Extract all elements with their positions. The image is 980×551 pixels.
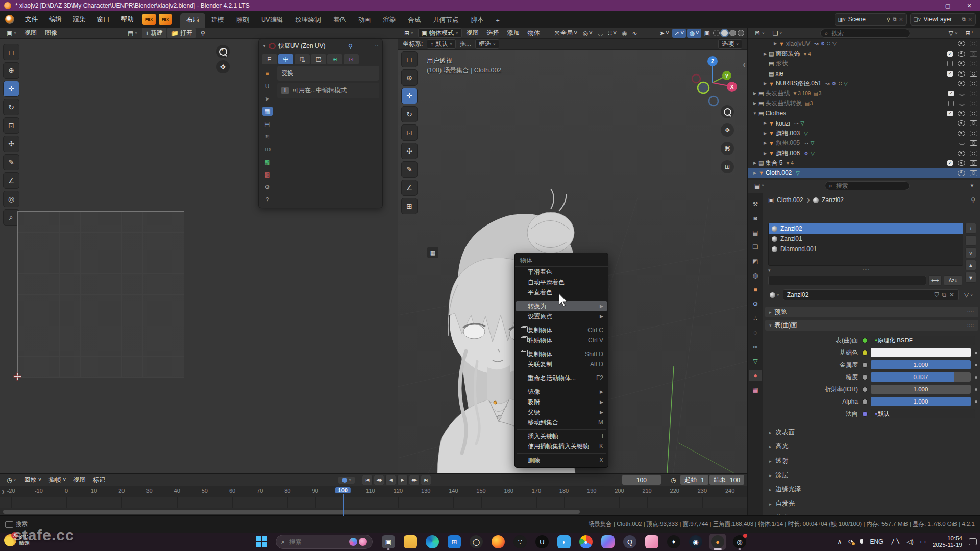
uv-pan-hand-button[interactable]: ✥ [216, 60, 230, 73]
transform-orientation-dropdown[interactable]: ⤧ 全局 ˅ [553, 28, 580, 38]
unlink-icon[interactable]: ✕ [899, 17, 903, 22]
outliner-row-形状[interactable]: ▤形状 [748, 59, 980, 69]
outliner-row-旗袍.003[interactable]: ▶▼旗袍.003▽ [748, 129, 980, 139]
outliner-row-NURBS路径.051[interactable]: ▶▼NURBS路径.051↝⚙∷▽ [748, 79, 980, 89]
select-menu[interactable]: 选择 [483, 28, 503, 38]
section-透射[interactable]: ▸透射 [769, 457, 789, 465]
anime-app-taskbar-icon[interactable] [644, 534, 660, 550]
axis-gizmo[interactable]: Z Y X [689, 54, 738, 111]
section-次表面[interactable]: ▸次表面 [769, 428, 795, 437]
scale-tool-button[interactable]: ⊡ [3, 117, 19, 134]
editor-type-button[interactable]: ⊞ ˅ [401, 29, 417, 38]
timeline-channels[interactable] [0, 497, 747, 508]
outliner-row-面部装饰[interactable]: ▶▤面部装饰▼4✓ [748, 49, 980, 59]
transform-tool-button[interactable]: ✣ [3, 136, 19, 152]
expand-chevron-icon[interactable]: ▶ [762, 151, 768, 156]
object-menu[interactable]: 物体 [524, 28, 544, 38]
main-menu-4[interactable]: 帮助 [115, 11, 139, 28]
falloff-curve-icon[interactable]: ∿ [630, 29, 640, 38]
visibility-eye-icon[interactable] [958, 51, 965, 57]
camera-view-button[interactable]: ⌘ [721, 142, 734, 155]
checkbox-icon[interactable]: ✓ [947, 51, 953, 57]
outliner-row-头发曲线转换[interactable]: ▶▤头发曲线转换▤3 [748, 98, 980, 109]
image-open-button[interactable]: 📁打开 [167, 28, 196, 38]
expand-chevron-icon[interactable]: ▶ [762, 141, 768, 145]
material-properties-tab[interactable]: ● [749, 370, 762, 381]
expand-chevron-icon[interactable]: ▼ [752, 111, 758, 116]
box-select-tool-button[interactable]: ◻ [3, 44, 19, 60]
invert-filter-button[interactable]: ⟷ [928, 275, 942, 286]
render-camera-icon[interactable] [970, 120, 977, 126]
object-visibility-dropdown[interactable]: ➤˅ [657, 29, 671, 38]
filter-name-field[interactable] [768, 276, 926, 285]
steam-taskbar-icon[interactable]: ◉ [688, 534, 704, 550]
zen-checker-red-icon[interactable]: ▩ [262, 170, 273, 180]
render-camera-disabled-icon[interactable] [970, 41, 977, 46]
current-frame-field[interactable]: 100 [622, 475, 661, 485]
play-button[interactable]: ▶ [397, 475, 408, 485]
uv-menu-view[interactable]: 视图 [21, 28, 40, 38]
基础色-field[interactable] [871, 348, 971, 357]
scene-properties-tab[interactable]: ◩ [749, 256, 762, 267]
outliner-row-kouzi[interactable]: ▶▼kouzi↝▽ [748, 118, 980, 129]
context-menu-item-17[interactable]: 父级▶ [515, 407, 608, 417]
viewport-pan-hand-button[interactable]: ✥ [721, 123, 734, 137]
糙度-field[interactable]: 0.837 [871, 372, 971, 382]
keyframe-dot-icon[interactable] [975, 376, 977, 379]
output-properties-tab[interactable]: ▤ [749, 227, 762, 238]
workspace-tab-0[interactable]: 布局 [180, 13, 205, 28]
render-camera-icon[interactable] [970, 111, 977, 116]
proportional-editing-icon[interactable]: ◉ [620, 29, 629, 38]
visibility-eye-icon[interactable] [958, 131, 965, 136]
visibility-eye-icon[interactable] [958, 41, 965, 46]
context-menu-item-1[interactable]: 自动平滑着色 [515, 277, 608, 287]
measure-tool-button[interactable]: ∠ [3, 172, 19, 189]
sort-alpha-button[interactable]: Az↓ [944, 275, 962, 286]
rotate-tool-button[interactable]: ↻ [3, 99, 19, 115]
start-button[interactable] [254, 534, 270, 550]
notification-icon[interactable] [969, 538, 977, 545]
zen-select-icon[interactable]: ➤ [262, 94, 273, 104]
snap-target-dropdown[interactable]: ∷˅ [606, 29, 619, 38]
dark-dots-app-taskbar-icon[interactable]: ∵ [512, 534, 528, 550]
pin-icon[interactable]: ⚲ [971, 196, 975, 204]
keyframe-dot-icon[interactable] [975, 352, 977, 354]
add-slot-button[interactable]: + [965, 223, 976, 234]
dark-am-app-taskbar-icon[interactable]: ✦ [666, 534, 682, 550]
copy-icon[interactable]: ⧉ [962, 16, 965, 22]
breadcrumb-material[interactable]: Zanzi02 [822, 196, 844, 204]
context-menu-item-8[interactable]: 粘贴物体Ctrl V [515, 335, 608, 345]
timeline-menu-1[interactable]: 插帧 ˅ [45, 474, 70, 485]
options-dropdown[interactable]: 选项 ˅ [718, 39, 742, 49]
uv-menu-image[interactable]: 图像 [41, 28, 61, 38]
annotate-tool-button[interactable]: ✎ [3, 154, 19, 170]
collapse-chevron-icon[interactable]: ▼ [262, 44, 266, 48]
prev-keyframe-button[interactable]: ◀◆ [374, 475, 384, 485]
section-边缘光泽[interactable]: ▸边缘光泽 [769, 485, 801, 494]
mode-dropdown[interactable]: ▣ 物体模式 ˅ [418, 28, 462, 38]
blender-menu-icon[interactable] [5, 15, 14, 24]
view-layer-properties-tab[interactable]: ❏ [749, 241, 762, 253]
slot-specials-button[interactable]: ˅ [965, 247, 976, 258]
zen-unwrap-icon[interactable]: U [262, 82, 273, 91]
context-menu-item-0[interactable]: 平滑着色 [515, 267, 608, 277]
outliner-row-集合 5[interactable]: ▶▤集合 5▼4✓ [748, 158, 980, 168]
sync-icon[interactable]: ⟳ [848, 538, 853, 545]
maximize-button[interactable]: ▢ [937, 0, 959, 11]
visibility-eye-closed-icon[interactable] [959, 101, 965, 106]
outliner-row-Cloth.002[interactable]: ▶▼Cloth.002▽ [748, 168, 980, 179]
wifi-icon[interactable]: 〳〵 [890, 538, 900, 545]
play-reverse-button[interactable]: ◀ [385, 475, 396, 485]
show-gizmo-toggle[interactable]: ↗˅ [672, 29, 686, 38]
render-camera-disabled-icon[interactable] [970, 101, 977, 106]
checkbox-icon[interactable]: ✓ [947, 71, 953, 77]
zen-tab-checker[interactable]: ⊡ [344, 54, 359, 64]
cursor-tool-button[interactable]: ⊕ [3, 62, 19, 79]
pin-icon[interactable]: ⚲ [197, 29, 209, 38]
visibility-eye-icon[interactable] [958, 71, 965, 77]
particles-properties-tab[interactable]: ∴ [749, 313, 762, 324]
fake-user-shield-icon[interactable]: ⛉ [934, 291, 939, 298]
uv-zoom-button[interactable] [216, 45, 230, 58]
obs-taskbar-icon[interactable]: ◎ [731, 534, 748, 550]
visibility-eye-icon[interactable] [958, 111, 965, 116]
